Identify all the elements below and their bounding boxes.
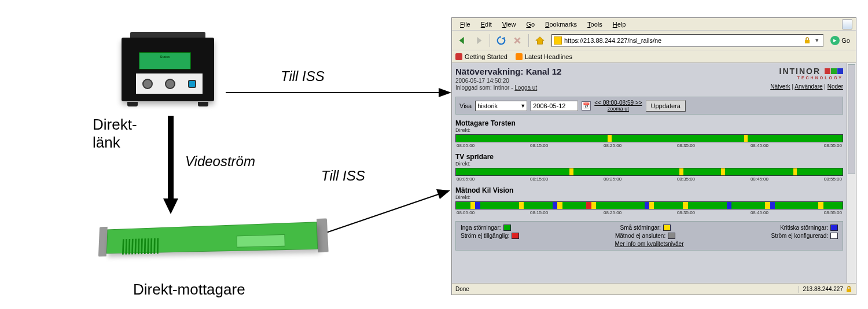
- lock-icon: [804, 37, 811, 44]
- menubar: File Edit View Go Bookmarks Tools Help: [452, 18, 856, 31]
- menu-go[interactable]: Go: [521, 20, 539, 29]
- timeline-bar[interactable]: [455, 134, 843, 142]
- update-button[interactable]: Uppdatera: [646, 100, 686, 112]
- bookmarks-toolbar: Getting Started Latest Headlines: [452, 50, 856, 63]
- menu-edit[interactable]: Edit: [476, 20, 496, 29]
- section-mottagare-torsten: Mottagare Torsten Direkt: 08:05:0008:15:…: [455, 119, 843, 148]
- section-tv-spridare: TV spridare Direkt: 08:05:0008:15:0008:2…: [455, 153, 843, 182]
- legend-matnod: Mätnod ej ansluten:: [615, 233, 675, 239]
- visa-label: Visa: [459, 102, 472, 109]
- svg-marker-1: [163, 198, 178, 214]
- favicon-icon: [554, 36, 562, 45]
- direktmottagare-device: [106, 216, 318, 256]
- control-bar: Visa historik▼ 2006-05-12 📅 << 08:00-08:…: [455, 97, 843, 115]
- browser-window: File Edit View Go Bookmarks Tools Help h…: [451, 17, 856, 295]
- label-till-iss-2: Till ISS: [321, 168, 365, 184]
- section-sublabel: Direkt:: [455, 161, 843, 167]
- url-bar[interactable]: https://213.88.244.227/nsi_rails/ne ▾: [551, 34, 823, 47]
- legend-box: Inga störningar: Små störningar: Kritisk…: [455, 221, 843, 251]
- legend-inga: Inga störningar:: [461, 225, 511, 231]
- more-info-link[interactable]: Mer info om kvalitetsnivåer: [461, 241, 838, 247]
- timeline-bar[interactable]: [455, 201, 843, 209]
- nav-noder[interactable]: Noder: [827, 83, 843, 90]
- label-till-iss-1: Till ISS: [281, 68, 325, 84]
- legend-sma: Små störningar:: [620, 225, 671, 231]
- svg-marker-3: [439, 88, 451, 97]
- svg-marker-6: [459, 36, 464, 44]
- status-host: 213.88.244.227: [799, 286, 856, 293]
- forward-button[interactable]: [472, 34, 486, 47]
- throbber-icon: [842, 19, 852, 30]
- direktlank-device: Status: [119, 32, 217, 104]
- rss-icon: [516, 53, 523, 60]
- svg-marker-11: [536, 36, 544, 44]
- nav-toolbar: https://213.88.244.227/nsi_rails/ne ▾ ▸G…: [452, 31, 856, 50]
- arrow-videostream: [162, 113, 179, 211]
- diagram-area: Status Direkt- länk Videoström Till ISS …: [0, 0, 451, 309]
- bookmark-getting-started[interactable]: Getting Started: [455, 53, 507, 60]
- reload-button[interactable]: [494, 34, 508, 47]
- menu-help[interactable]: Help: [608, 20, 631, 29]
- bookmark-icon: [455, 53, 462, 60]
- top-nav: Nätverk | Användare | Noder: [770, 83, 843, 90]
- time-range[interactable]: << 08:00-08:59 >> zooma ut: [594, 100, 642, 112]
- legend-ejtill: Ström ej tillgänglig:: [461, 233, 519, 239]
- page-title: Nätövervakning: Kanal 12: [455, 67, 561, 76]
- svg-rect-13: [847, 289, 851, 292]
- svg-marker-8: [502, 36, 505, 39]
- section-title: TV spridare: [455, 153, 843, 161]
- page-content: Nätövervakning: Kanal 12 2006-05-17 14:5…: [452, 63, 847, 283]
- stop-button[interactable]: [510, 34, 524, 47]
- menu-bookmarks[interactable]: Bookmarks: [540, 20, 582, 29]
- nav-anvandare[interactable]: Användare: [795, 83, 822, 90]
- svg-marker-7: [477, 36, 481, 44]
- url-text: https://213.88.244.227/nsi_rails/ne: [564, 37, 801, 44]
- bookmark-latest-headlines[interactable]: Latest Headlines: [516, 53, 572, 60]
- label-videostrom: Videoström: [185, 153, 255, 170]
- login-info: Inloggad som: Intinor - Logga ut: [455, 84, 561, 91]
- menu-tools[interactable]: Tools: [583, 20, 607, 29]
- section-title: Mottagare Torsten: [455, 119, 843, 127]
- statusbar: Done 213.88.244.227: [452, 283, 856, 295]
- section-matnod-kil-vision: Mätnod Kil Vision Direkt: 08:05:0008:15:…: [455, 186, 843, 215]
- status-text: Done: [452, 286, 799, 292]
- section-sublabel: Direkt:: [455, 194, 843, 200]
- home-button[interactable]: [533, 34, 547, 47]
- menu-view[interactable]: View: [498, 20, 521, 29]
- section-sublabel: Direkt:: [455, 127, 843, 133]
- label-direktmottagare: Direkt-mottagare: [133, 281, 245, 299]
- legend-kritiska: Kritiska störningar:: [780, 225, 838, 231]
- label-direktlank: Direkt- länk: [93, 116, 137, 152]
- device-lcd: Status: [139, 52, 191, 69]
- arrow-to-iss-1: [226, 69, 451, 104]
- vertical-scrollbar[interactable]: [847, 63, 856, 283]
- go-button[interactable]: ▸Go: [828, 36, 852, 45]
- menu-file[interactable]: File: [455, 20, 475, 29]
- time-ticks: 08:05:0008:15:0008:25:00 08:35:0008:45:0…: [455, 143, 843, 148]
- url-dropdown-icon[interactable]: ▾: [813, 36, 821, 44]
- timeline-bar[interactable]: [455, 168, 843, 176]
- time-ticks: 08:05:0008:15:0008:25:00 08:35:0008:45:0…: [455, 210, 843, 215]
- zoom-out-link[interactable]: zooma ut: [594, 106, 642, 112]
- svg-rect-12: [805, 40, 810, 43]
- page-timestamp: 2006-05-17 14:50:20: [455, 78, 561, 84]
- view-select[interactable]: historik▼: [475, 101, 527, 111]
- svg-line-4: [321, 194, 440, 234]
- logout-link[interactable]: Logga ut: [514, 84, 537, 91]
- nav-natverk[interactable]: Nätverk: [770, 83, 790, 90]
- brand-logo: INTINOR TECHNOLOGY: [770, 67, 843, 80]
- lock-icon: [845, 286, 852, 293]
- time-ticks: 08:05:0008:15:0008:25:00 08:35:0008:45:0…: [455, 176, 843, 182]
- back-button[interactable]: [455, 34, 469, 47]
- legend-ejkonf: Ström ej konfigurerad:: [771, 233, 838, 239]
- section-title: Mätnod Kil Vision: [455, 186, 843, 194]
- calendar-icon[interactable]: 📅: [582, 101, 591, 111]
- date-input[interactable]: 2006-05-12: [531, 101, 578, 111]
- arrow-to-iss-2: [321, 179, 451, 237]
- svg-marker-5: [436, 189, 450, 199]
